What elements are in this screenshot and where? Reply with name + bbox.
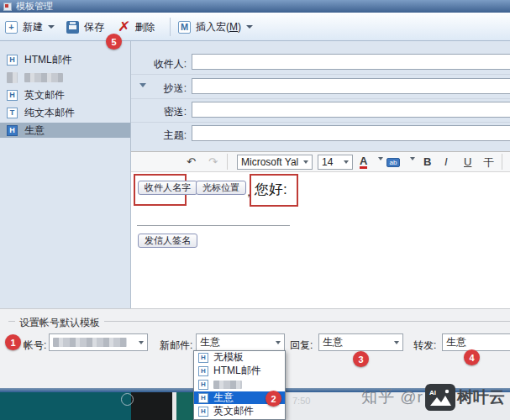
new-mail-template-select[interactable]: 生意 (196, 333, 285, 351)
html-template-icon: H (7, 125, 18, 136)
save-button[interactable]: 保存 (66, 18, 104, 35)
main-toolbar: + 新建 保存 ✗ 删除 M 插入宏(M) (0, 13, 510, 41)
font-family-select[interactable]: Microsoft Yal (237, 155, 313, 170)
new-icon: + (5, 21, 18, 34)
underline-button[interactable]: U (464, 155, 471, 168)
reply-template-select[interactable]: 生意 (318, 333, 403, 351)
font-color-button[interactable]: A (360, 155, 367, 169)
annotation-step-4: 4 (464, 349, 480, 365)
dropdown-item-english-mail[interactable]: H 英文邮件 (194, 405, 285, 417)
redo-icon[interactable]: ↷ (208, 155, 218, 168)
new-mail-template-value: 生意 (200, 335, 220, 349)
redacted-icon (7, 72, 18, 83)
macro-recipient-name-chip[interactable]: 收件人名字 (138, 181, 197, 195)
delete-button[interactable]: ✗ 删除 (118, 18, 155, 35)
macro-cursor-position-chip[interactable]: 光标位置 (196, 181, 246, 195)
title-bar: 模板管理 (0, 0, 510, 13)
html-template-icon: H (7, 55, 18, 66)
toolbar-separator (170, 18, 171, 36)
macro-sender-signature-chip[interactable]: 发信人签名 (138, 234, 197, 248)
dropdown-item-no-template[interactable]: H 无模板 (194, 351, 285, 364)
app-icon (3, 3, 12, 11)
redacted-text (213, 381, 242, 389)
sidebar-item-plaintext-mail[interactable]: T 纯文本邮件 (0, 105, 130, 120)
sidebar-item-label: 纯文本邮件 (24, 106, 75, 120)
delete-label: 删除 (134, 20, 155, 34)
html-template-icon: H (198, 407, 208, 417)
macro-icon: M (178, 21, 191, 34)
chevron-down-icon (246, 25, 253, 29)
row-divider (131, 74, 510, 75)
template-editor-body[interactable]: 收件人名字 光标位置 ， 您好: 发信人签名 (131, 172, 510, 308)
signature-divider (137, 225, 290, 226)
insert-macro-label: 插入宏(M) (196, 20, 241, 34)
highlight-icon: ab (386, 158, 400, 167)
watermark-suffix-text: 树叶云 (457, 386, 505, 408)
template-manager-window: 模板管理 + 新建 保存 ✗ 删除 M 插入宏(M) H HTML邮件 (0, 0, 510, 420)
annotation-step-5: 5 (106, 34, 122, 50)
dropdown-item-label: HTML邮件 (213, 364, 261, 378)
message-header-form: 收件人: 抄送: 密送: 主题: (131, 41, 510, 151)
font-size-value: 14 (322, 156, 333, 168)
circle-badge-icon (121, 393, 134, 406)
bold-button[interactable]: B (423, 155, 431, 168)
dropdown-item-redacted[interactable]: H (194, 378, 285, 391)
strikethrough-button[interactable]: 干 (483, 155, 494, 171)
recipient-input[interactable] (192, 54, 510, 70)
row-divider (131, 122, 510, 123)
template-list-sidebar: H HTML邮件 H 英文邮件 T 纯文本邮件 H 生意 (0, 41, 131, 308)
chevron-down-icon (394, 341, 399, 344)
chevron-down-icon[interactable] (375, 160, 383, 173)
html-template-icon: H (198, 366, 208, 376)
row-divider (131, 98, 510, 99)
highlight-color-button[interactable]: ab (386, 158, 400, 167)
watermark: 知乎 @r AI 树叶云 (361, 382, 505, 412)
dropdown-item-html-mail[interactable]: H HTML邮件 (194, 365, 285, 377)
chevron-down-icon[interactable] (407, 160, 415, 173)
redacted-account-value (53, 338, 127, 347)
sidebar-item-english-mail[interactable]: H 英文邮件 (0, 87, 130, 102)
toolbar-separator (227, 154, 228, 170)
groupbox-legend: 设置帐号默认模板 (15, 316, 104, 330)
account-label: 帐号: (24, 339, 46, 353)
save-label: 保存 (84, 20, 104, 34)
new-button[interactable]: + 新建 (5, 18, 55, 35)
greeting-text: 您好: (255, 180, 287, 199)
sidebar-item-redacted[interactable] (0, 70, 130, 85)
toolbar-separator (502, 154, 502, 170)
html-template-icon: H (198, 353, 208, 363)
undo-icon[interactable]: ↶ (187, 155, 196, 168)
new-label: 新建 (23, 20, 43, 34)
new-mail-label: 新邮件: (160, 339, 192, 353)
forward-template-select[interactable]: 生意 (442, 333, 510, 351)
html-template-icon: H (198, 393, 208, 403)
desktop-dark-region (131, 392, 172, 420)
template-dropdown-list: H 无模板 H HTML邮件 H H 生意 H 英文邮件 T 纯文本邮件 (193, 350, 286, 420)
account-select[interactable] (49, 333, 148, 351)
font-family-value: Microsoft Yal (241, 156, 298, 168)
subject-input[interactable] (192, 125, 510, 141)
annotation-step-1: 1 (5, 334, 21, 350)
clock-text: 7:50 (292, 396, 310, 406)
sidebar-item-shengyi-selected[interactable]: H 生意 (0, 123, 130, 138)
chevron-down-icon (48, 25, 55, 29)
forward-label: 转发: (413, 339, 436, 353)
sidebar-item-html-mail[interactable]: H HTML邮件 (0, 52, 130, 67)
sidebar-item-label: 英文邮件 (24, 88, 65, 102)
sidebar-item-label: HTML邮件 (24, 53, 72, 67)
dropdown-item-label: 英文邮件 (213, 404, 254, 418)
chevron-down-icon (139, 341, 144, 344)
desktop-thumbnail (176, 392, 193, 420)
font-size-select[interactable]: 14 (318, 155, 353, 170)
dropdown-item-label: 生意 (213, 391, 234, 405)
redacted-text (24, 73, 63, 82)
html-template-icon: H (198, 380, 208, 390)
bcc-input[interactable] (192, 102, 510, 118)
italic-button[interactable]: I (444, 155, 448, 168)
insert-macro-button[interactable]: M 插入宏(M) (178, 18, 253, 35)
delete-icon: ✗ (118, 21, 131, 33)
sidebar-item-label: 生意 (24, 123, 45, 138)
cc-label: 抄送: (131, 81, 187, 96)
cc-input[interactable] (192, 78, 510, 94)
reply-label: 回复: (290, 339, 313, 353)
